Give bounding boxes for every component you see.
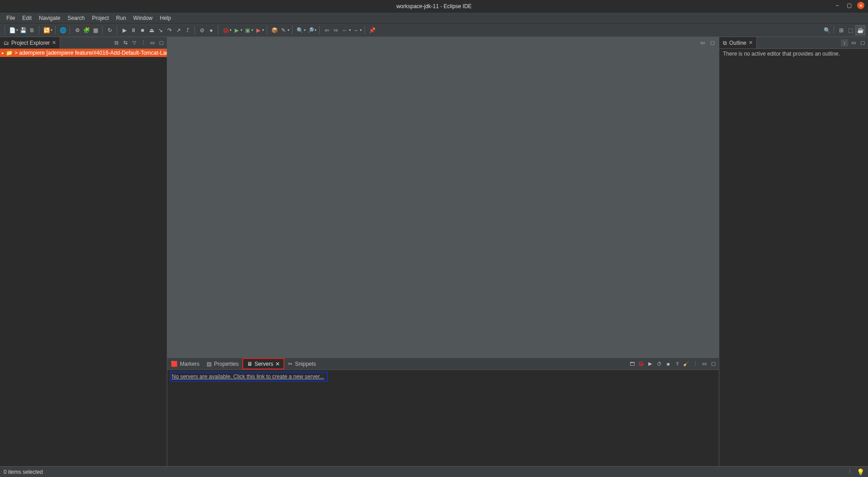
menu-edit[interactable]: Edit [19, 14, 35, 22]
properties-tab[interactable]: ▤ Properties [203, 358, 242, 369]
switch-button[interactable]: 🔁 [42, 26, 51, 34]
terminate-button[interactable]: ■ [138, 26, 146, 34]
project-icon: 📁 [6, 50, 13, 56]
filter-button[interactable]: ▽ [131, 39, 138, 47]
close-servers-tab-button[interactable]: ✕ [275, 361, 280, 367]
new-dropdown[interactable]: ▾ [16, 28, 18, 32]
window-close-button[interactable] [857, 2, 864, 9]
step-over-button[interactable]: ↷ [165, 26, 174, 34]
next-edit-button[interactable]: ⇨ [332, 26, 340, 34]
publish-server-button[interactable]: ⇪ [674, 360, 681, 368]
status-bar: 0 items selected ⋮ 💡 [0, 466, 868, 477]
perspective-icon[interactable]: ⬚ [846, 26, 854, 34]
outline-title: Outline [729, 40, 746, 46]
snippets-tab[interactable]: ✂ Snippets [284, 358, 320, 369]
save-all-button[interactable]: 🗎 [28, 26, 36, 34]
expand-arrow-icon[interactable]: ▸ [2, 51, 4, 55]
open-perspective-button[interactable]: ⊞ [837, 26, 845, 34]
menu-project[interactable]: Project [88, 14, 112, 22]
prev-edit-button[interactable]: ⇦ [323, 26, 331, 34]
back-button[interactable]: ← [341, 26, 349, 34]
tree-item-adempiere[interactable]: ▸ 📁 > adempiere [adempiere feature/#4016… [0, 49, 167, 57]
editor-area: ▭ ▢ [167, 37, 719, 358]
bottom-view-menu-button[interactable]: ⋮ [692, 360, 699, 368]
editor-minimize-button[interactable]: ▭ [699, 39, 706, 46]
run-last-button[interactable]: ▶ [254, 26, 262, 34]
markers-icon: 🟥 [171, 361, 178, 367]
markers-tab[interactable]: 🟥 Markers [167, 358, 203, 369]
titlebar: workspace-jdk-11 - Eclipse IDE [0, 0, 868, 13]
pin-button[interactable]: 📌 [368, 26, 376, 34]
suspend-button[interactable]: ⏸ [129, 26, 137, 34]
bottom-minimize-button[interactable]: ▭ [701, 360, 708, 368]
open-browser-button[interactable]: 🌐 [59, 26, 67, 34]
view-menu-button[interactable]: ⋮ [140, 39, 147, 47]
menu-file[interactable]: File [3, 14, 19, 22]
servers-icon: 🖥 [247, 361, 252, 367]
drop-to-frame-button[interactable]: ⤴ [184, 26, 192, 34]
outline-tab[interactable]: ⧉ Outline ✕ [719, 37, 757, 48]
collapse-all-button[interactable]: ⊟ [113, 39, 120, 47]
save-button[interactable]: 💾 [19, 26, 27, 34]
tip-icon[interactable]: 💡 [857, 468, 864, 476]
tool-button-2[interactable]: 🧩 [82, 26, 90, 34]
step-into-button[interactable]: ↘ [156, 26, 165, 34]
menu-help[interactable]: Help [156, 14, 175, 22]
debug-button[interactable]: 🐞 [222, 26, 230, 34]
menu-window[interactable]: Window [130, 14, 156, 22]
link-editor-button[interactable]: ⇆ [122, 39, 129, 47]
tool-button-4[interactable]: ↻ [106, 26, 114, 34]
start-debug-server-button[interactable]: 🐞 [637, 360, 645, 368]
start-server-button[interactable]: ▶ [646, 360, 654, 368]
servers-tab[interactable]: 🖥 Servers ✕ [242, 358, 284, 369]
snippets-icon: ✂ [288, 361, 292, 367]
bottom-panel: 🟥 Markers ▤ Properties 🖥 Servers ✕ ✂ Sni… [167, 358, 719, 466]
status-menu-button[interactable]: ⋮ [846, 468, 853, 476]
breakpoint-button[interactable]: ● [207, 26, 215, 34]
tool-button-3[interactable]: ▦ [91, 26, 99, 34]
search-button[interactable]: 🔎 [307, 26, 315, 34]
run-button[interactable]: ▶ [232, 26, 241, 34]
quick-access-button[interactable]: 🔍 [823, 26, 831, 34]
step-return-button[interactable]: ↗ [175, 26, 183, 34]
forward-button[interactable]: → [352, 26, 360, 34]
window-minimize-button[interactable] [834, 2, 841, 9]
project-explorer-tab[interactable]: 🗂 Project Explorer ✕ [0, 37, 60, 48]
window-maximize-button[interactable] [845, 2, 853, 9]
properties-icon: ▤ [207, 361, 212, 367]
window-title: workspace-jdk-11 - Eclipse IDE [396, 3, 472, 9]
open-type-button[interactable]: 🔍 [296, 26, 304, 34]
close-outline-tab-button[interactable]: ✕ [749, 40, 753, 46]
minimize-view-button[interactable]: ▭ [149, 39, 156, 47]
editor-maximize-button[interactable]: ▢ [709, 39, 716, 46]
new-class-button[interactable]: ✎ [279, 26, 288, 34]
java-ee-perspective-button[interactable]: ☕ [855, 25, 865, 35]
new-server-button[interactable]: 🗔 [628, 360, 636, 368]
outline-panel: ⧉ Outline ✕ ↕ ▭ ▢ There is no active edi… [719, 37, 868, 466]
servers-content: No servers are available. Click this lin… [167, 370, 719, 466]
bottom-maximize-button[interactable]: ▢ [710, 360, 717, 368]
tool-button-1[interactable]: ⚙ [73, 26, 81, 34]
disconnect-button[interactable]: ⏏ [147, 26, 156, 34]
main-toolbar: 📄▾ 💾 🗎 🔁▾ 🌐 ⚙ 🧩 ▦ ↻ ▶ ⏸ ■ ⏏ ↘ ↷ ↗ ⤴ ⊘ ● … [0, 24, 868, 37]
skip-breakpoints-button[interactable]: ⊘ [198, 26, 206, 34]
resume-button[interactable]: ▶ [120, 26, 128, 34]
new-package-button[interactable]: 📦 [270, 26, 278, 34]
menu-run[interactable]: Run [113, 14, 130, 22]
stop-server-button[interactable]: ■ [665, 360, 672, 368]
maximize-view-button[interactable]: ▢ [158, 39, 165, 47]
outline-maximize-button[interactable]: ▢ [859, 39, 866, 47]
outline-message: There is no active editor that provides … [719, 49, 868, 59]
project-tree[interactable]: ▸ 📁 > adempiere [adempiere feature/#4016… [0, 49, 167, 466]
coverage-button[interactable]: ▣ [243, 26, 251, 34]
new-button[interactable]: 📄 [8, 26, 16, 34]
profile-server-button[interactable]: ⏱ [656, 360, 663, 368]
menu-navigate[interactable]: Navigate [35, 14, 64, 22]
close-tab-button[interactable]: ✕ [52, 40, 56, 46]
clean-server-button[interactable]: 🧹 [683, 360, 690, 368]
outline-minimize-button[interactable]: ▭ [850, 39, 857, 47]
menu-search[interactable]: Search [64, 14, 88, 22]
tree-item-label: > adempiere [adempiere feature/#4016-Add… [14, 50, 167, 56]
create-server-link[interactable]: No servers are available. Click this lin… [172, 373, 324, 380]
outline-sort-button[interactable]: ↕ [841, 39, 848, 47]
